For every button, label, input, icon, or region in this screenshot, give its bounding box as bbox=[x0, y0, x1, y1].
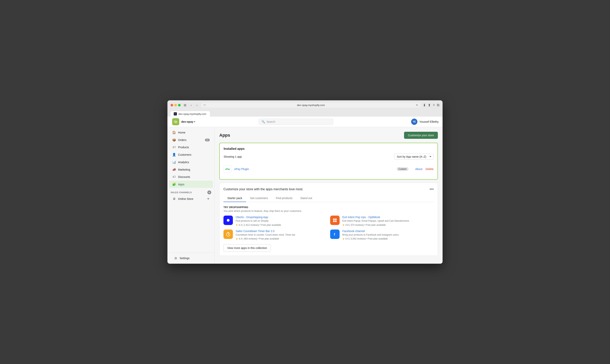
sidebar-toggle[interactable]: ⊞ bbox=[183, 103, 187, 107]
top-bar: 🛍 dev-opay ▾ 🔍 Search YE Youssef Ellieth… bbox=[167, 117, 443, 127]
exit-intent-info: Exit Intent Pop Ups - OptiMonk Exit Inte… bbox=[342, 216, 434, 226]
orders-icon: 📦 bbox=[172, 138, 176, 142]
sidebar-item-apps[interactable]: 🧩 Apps bbox=[169, 181, 213, 188]
sidebar-item-home[interactable]: 🏠 Home bbox=[169, 129, 213, 136]
oberlo-link[interactable]: Oberlo - Dropshipping App bbox=[236, 216, 327, 219]
tab-favicon: 🛡 bbox=[174, 112, 177, 116]
sidebar-label-settings: Settings bbox=[180, 257, 190, 260]
delete-link[interactable]: Delete bbox=[426, 168, 434, 171]
svg-rect-4 bbox=[335, 219, 337, 220]
search-bar[interactable]: 🔍 Search bbox=[259, 118, 333, 125]
sidebar-item-discounts[interactable]: 🏷 Discounts bbox=[169, 173, 213, 181]
settings-icon: ⚙ bbox=[174, 256, 178, 260]
svg-text:f: f bbox=[334, 233, 335, 236]
sidebar-label-customers: Customers bbox=[178, 153, 191, 156]
oberlo-icon bbox=[223, 216, 233, 225]
oberlo-info: Oberlo - Dropshipping App Find products … bbox=[236, 216, 327, 226]
tab-starter[interactable]: Starter pack bbox=[223, 195, 246, 202]
sidebar-item-products[interactable]: 🏷 Products bbox=[169, 144, 213, 151]
tab-stand-out[interactable]: Stand out bbox=[296, 195, 316, 202]
refresh-icon[interactable]: ↻ bbox=[416, 104, 418, 107]
about-link[interactable]: About bbox=[415, 168, 422, 171]
back-button[interactable]: ‹ bbox=[190, 103, 193, 107]
sidebar-item-analytics[interactable]: 📊 Analytics bbox=[169, 158, 213, 166]
page-title: Apps bbox=[219, 133, 230, 138]
apps-icon: 🧩 bbox=[172, 182, 176, 186]
add-sales-channel-button[interactable]: + bbox=[207, 190, 211, 194]
home-icon: 🏠 bbox=[172, 130, 176, 134]
sidebar-label-home: Home bbox=[178, 131, 185, 134]
shopify-logo: 🛍 bbox=[172, 118, 179, 125]
store-name[interactable]: dev-opay ▾ bbox=[181, 120, 195, 123]
tabs-icon[interactable]: ⧉ bbox=[437, 103, 439, 107]
tab-get-customers[interactable]: Get customers bbox=[246, 195, 272, 202]
more-options-icon[interactable]: ••• bbox=[430, 187, 434, 191]
share-icon[interactable]: ⬆ bbox=[428, 103, 431, 107]
security-icon: 🛡 bbox=[203, 104, 206, 107]
tab-find-products[interactable]: Find products bbox=[272, 195, 297, 202]
analytics-icon: 📊 bbox=[172, 160, 176, 164]
star-icon: ★ bbox=[342, 237, 345, 240]
facebook-link[interactable]: Facebook channel bbox=[342, 230, 434, 233]
marketing-icon: 📣 bbox=[172, 168, 176, 171]
sidebar-label-discounts: Discounts bbox=[178, 175, 190, 179]
facebook-rating: ★ 4.4 (3,542 reviews) • Free plan availa… bbox=[342, 237, 434, 240]
app-card-oberlo: Oberlo - Dropshipping App Find products … bbox=[223, 216, 327, 226]
star-icon: ★ bbox=[342, 223, 345, 226]
app-card-countdown: Sales Countdown Timer Bar 2.0 Countdown … bbox=[223, 230, 327, 240]
apps-header: Showing 1 app Sort by App name (A–Z) Sor… bbox=[224, 154, 434, 160]
countdown-link[interactable]: Sales Countdown Timer Bar 2.0 bbox=[236, 230, 327, 233]
sidebar-bottom: ⚙ Settings bbox=[167, 253, 214, 264]
sidebar-label-orders: Orders bbox=[178, 138, 187, 142]
sidebar-item-customers[interactable]: 👤 Customers bbox=[169, 151, 213, 158]
sidebar-label-online-store: Online Store bbox=[178, 197, 193, 200]
sort-select[interactable]: Sort by App name (A–Z) Sort by App name … bbox=[394, 154, 434, 160]
sidebar-item-orders[interactable]: 📦 Orders 50 bbox=[169, 136, 213, 143]
forward-button[interactable]: › bbox=[195, 103, 199, 107]
traffic-lights bbox=[171, 104, 181, 106]
customize-store-button[interactable]: Customize your store bbox=[404, 132, 438, 139]
oberlo-desc: Find products to sell on Shopify bbox=[236, 219, 327, 223]
facebook-icon: f bbox=[330, 230, 339, 239]
exit-intent-desc: Exit Intent Popup, Email Popups, Upsell … bbox=[342, 219, 434, 223]
address-bar[interactable]: 🛡 dev-opay.myshopify.com ↻ bbox=[201, 103, 421, 108]
exit-intent-link[interactable]: Exit Intent Pop Ups - OptiMonk bbox=[342, 216, 434, 219]
custom-badge: Custom bbox=[397, 167, 408, 171]
orders-badge: 50 bbox=[205, 139, 210, 141]
installed-apps-card: Installed apps Showing 1 app Sort by App… bbox=[219, 143, 438, 180]
app-card-exit-intent: Exit Intent Pop Ups - OptiMonk Exit Inte… bbox=[330, 216, 434, 226]
facebook-info: Facebook channel Bring your products to … bbox=[342, 230, 434, 240]
svg-rect-3 bbox=[333, 219, 335, 220]
new-tab-icon[interactable]: + bbox=[433, 103, 435, 107]
facebook-desc: Bring your products to Facebook and Inst… bbox=[342, 233, 434, 237]
main-content: Apps Customize your store Installed apps… bbox=[215, 127, 443, 264]
maximize-button[interactable] bbox=[178, 104, 181, 106]
sidebar: 🏠 Home 📦 Orders 50 🏷 Products 👤 Cu bbox=[167, 127, 215, 264]
view-more-button[interactable]: View more apps in this collection bbox=[223, 244, 271, 252]
opay-app-link[interactable]: oPay Plugin bbox=[234, 168, 249, 171]
close-button[interactable] bbox=[171, 104, 173, 106]
section-desc: You pick which products to feature, they… bbox=[223, 209, 434, 212]
svg-point-1 bbox=[227, 219, 230, 222]
tab-title: dev-opay.myshopify.com bbox=[178, 113, 206, 116]
online-store-settings-icon[interactable]: 👁 bbox=[207, 197, 210, 200]
sidebar-label-analytics: Analytics bbox=[178, 161, 189, 164]
products-icon: 🏷 bbox=[172, 145, 176, 149]
app-actions: About Delete bbox=[415, 168, 434, 171]
countdown-desc: Countdown timer & counter. Count down cl… bbox=[236, 233, 327, 237]
active-tab[interactable]: 🛡 dev-opay.myshopify.com bbox=[171, 111, 210, 117]
download-icon[interactable]: ⬇ bbox=[423, 103, 426, 107]
browser-actions: ⬇ ⬆ + ⧉ bbox=[423, 103, 439, 107]
minimize-button[interactable] bbox=[174, 104, 177, 106]
store-dropdown-icon: ▾ bbox=[194, 120, 195, 123]
sidebar-item-online-store[interactable]: 🖥 Online Store 👁 bbox=[169, 195, 213, 202]
sidebar-item-marketing[interactable]: 📣 Marketing bbox=[169, 166, 213, 173]
star-icon: ★ bbox=[236, 223, 238, 226]
exit-intent-rating: ★ 4.8 (373 reviews) • Free plan availabl… bbox=[342, 223, 434, 226]
search-placeholder: Search bbox=[267, 120, 275, 123]
svg-rect-6 bbox=[335, 221, 337, 222]
app-card-facebook: f Facebook channel Bring your products t… bbox=[330, 230, 434, 240]
installed-apps-title: Installed apps bbox=[224, 147, 434, 151]
user-avatar: YE bbox=[411, 118, 417, 125]
sidebar-item-settings[interactable]: ⚙ Settings bbox=[171, 255, 211, 262]
